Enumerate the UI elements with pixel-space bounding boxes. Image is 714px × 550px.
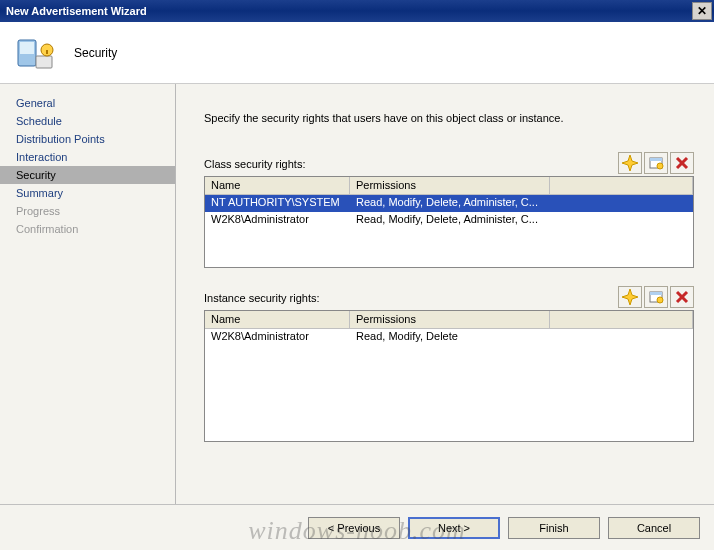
cell-name: W2K8\Administrator (205, 329, 350, 346)
column-spacer (550, 311, 693, 328)
cancel-button[interactable]: Cancel (608, 517, 700, 539)
svg-rect-2 (36, 56, 52, 68)
wizard-header: Security (0, 22, 714, 84)
svg-rect-13 (650, 292, 662, 295)
starburst-icon (622, 289, 638, 305)
delete-x-icon (674, 155, 690, 171)
class-rights-grid: Name Permissions NT AUTHORITY\SYSTEMRead… (204, 176, 694, 268)
class-toolbar (618, 152, 694, 174)
properties-button[interactable] (644, 152, 668, 174)
svg-marker-11 (622, 289, 638, 305)
sidebar-item-security[interactable]: Security (0, 166, 175, 184)
new-button[interactable] (618, 152, 642, 174)
cell-permissions: Read, Modify, Delete (350, 329, 693, 346)
next-button[interactable]: Next > (408, 517, 500, 539)
column-name[interactable]: Name (205, 177, 350, 194)
wizard-body: GeneralScheduleDistribution PointsIntera… (0, 84, 714, 504)
finish-button[interactable]: Finish (508, 517, 600, 539)
column-permissions[interactable]: Permissions (350, 311, 550, 328)
properties-icon (648, 155, 664, 171)
delete-button[interactable] (670, 286, 694, 308)
previous-button[interactable]: < Previous (308, 517, 400, 539)
cell-name: W2K8\Administrator (205, 212, 350, 229)
starburst-icon (622, 155, 638, 171)
titlebar: New Advertisement Wizard ✕ (0, 0, 714, 22)
delete-x-icon (674, 289, 690, 305)
grid-header: Name Permissions (205, 177, 693, 195)
class-section-label: Class security rights: (204, 158, 305, 174)
cell-permissions: Read, Modify, Delete, Administer, C... (350, 212, 693, 229)
sidebar-item-summary[interactable]: Summary (0, 184, 175, 202)
sidebar: GeneralScheduleDistribution PointsIntera… (0, 84, 176, 504)
column-permissions[interactable]: Permissions (350, 177, 550, 194)
properties-button[interactable] (644, 286, 668, 308)
svg-marker-5 (622, 155, 638, 171)
security-icon (14, 32, 56, 74)
window-title: New Advertisement Wizard (6, 5, 147, 17)
svg-rect-7 (650, 158, 662, 161)
sidebar-item-schedule[interactable]: Schedule (0, 112, 175, 130)
page-title: Security (74, 46, 117, 60)
instruction-text: Specify the security rights that users h… (204, 112, 694, 124)
close-button[interactable]: ✕ (692, 2, 712, 20)
sidebar-item-distribution-points[interactable]: Distribution Points (0, 130, 175, 148)
new-button[interactable] (618, 286, 642, 308)
class-section-header: Class security rights: (204, 152, 694, 174)
table-row[interactable]: W2K8\AdministratorRead, Modify, Delete, … (205, 212, 693, 229)
column-spacer (550, 177, 693, 194)
grid-header: Name Permissions (205, 311, 693, 329)
sidebar-item-general[interactable]: General (0, 94, 175, 112)
instance-rights-grid: Name Permissions W2K8\AdministratorRead,… (204, 310, 694, 442)
sidebar-item-interaction[interactable]: Interaction (0, 148, 175, 166)
svg-rect-1 (20, 42, 34, 54)
wizard-footer: < Previous Next > Finish Cancel (0, 504, 714, 550)
delete-button[interactable] (670, 152, 694, 174)
sidebar-item-confirmation: Confirmation (0, 220, 175, 238)
svg-point-8 (657, 163, 663, 169)
table-row[interactable]: NT AUTHORITY\SYSTEMRead, Modify, Delete,… (205, 195, 693, 212)
properties-icon (648, 289, 664, 305)
content-panel: Specify the security rights that users h… (176, 84, 714, 504)
instance-section-header: Instance security rights: (204, 286, 694, 308)
close-icon: ✕ (697, 4, 707, 18)
svg-point-14 (657, 297, 663, 303)
column-name[interactable]: Name (205, 311, 350, 328)
table-row[interactable]: W2K8\AdministratorRead, Modify, Delete (205, 329, 693, 346)
svg-rect-4 (46, 50, 48, 54)
instance-section-label: Instance security rights: (204, 292, 320, 308)
instance-toolbar (618, 286, 694, 308)
sidebar-item-progress: Progress (0, 202, 175, 220)
cell-name: NT AUTHORITY\SYSTEM (205, 195, 350, 212)
cell-permissions: Read, Modify, Delete, Administer, C... (350, 195, 693, 212)
